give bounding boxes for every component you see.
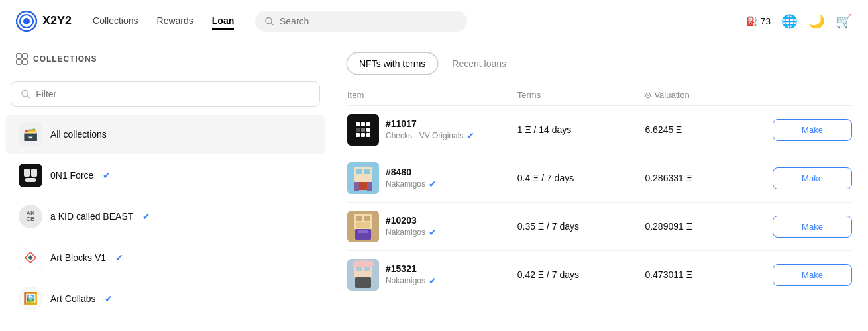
- svg-rect-9: [19, 164, 42, 187]
- item-cell-0: #11017 Checks - VV Originals ✔: [347, 114, 517, 146]
- collection-item-artcollabs[interactable]: 🖼️ Art Collabs ✔: [5, 279, 325, 318]
- search-input[interactable]: [280, 16, 458, 26]
- collection-avatar-all: 🗃️: [19, 122, 42, 146]
- svg-rect-4: [17, 54, 21, 58]
- verify-icon-artblocks: ✔: [115, 252, 123, 263]
- terms-cell-0: 1 Ξ / 14 days: [517, 124, 645, 135]
- svg-rect-10: [24, 169, 30, 177]
- tab-recent-loans[interactable]: Recent loans: [440, 53, 518, 74]
- table-row: #8480 Nakamigos ✔ 0.4 Ξ / 7 days 0.28633…: [347, 154, 852, 203]
- main-nav: Collections Rewards Loan: [93, 13, 234, 30]
- svg-point-2: [23, 18, 30, 24]
- col-terms: Terms: [517, 90, 645, 100]
- collection-item-all[interactable]: 🗃️ All collections: [5, 115, 325, 154]
- filter-search-icon: [21, 89, 30, 99]
- verify-icon-row-0: ✔: [466, 130, 474, 141]
- search-bar[interactable]: [255, 11, 467, 32]
- svg-rect-25: [356, 222, 370, 228]
- filter-box[interactable]: [11, 81, 320, 107]
- col-valuation: ⊙ Valuation: [645, 90, 773, 100]
- make-offer-button-2[interactable]: Make: [773, 216, 852, 238]
- svg-rect-19: [354, 182, 359, 191]
- collection-avatar-artcollabs: 🖼️: [19, 287, 42, 310]
- svg-rect-6: [17, 60, 21, 64]
- svg-rect-11: [31, 169, 37, 177]
- svg-rect-16: [356, 169, 362, 174]
- gas-badge: ⛽ 73: [746, 16, 771, 26]
- collection-avatar-0n1: [19, 164, 42, 187]
- svg-rect-33: [355, 277, 371, 288]
- table-row: #11017 Checks - VV Originals ✔ 1 Ξ / 14 …: [347, 106, 852, 154]
- layout: COLLECTIONS 🗃️ All collections: [0, 42, 868, 331]
- svg-rect-17: [364, 169, 370, 174]
- nft-collection-3: Nakamigos ✔: [386, 275, 437, 286]
- search-icon: [264, 16, 274, 26]
- svg-rect-34: [353, 261, 374, 267]
- main-content: NFTs with terms Recent loans Item Terms …: [331, 42, 868, 331]
- verify-icon-row-1: ✔: [429, 179, 437, 189]
- gas-icon: ⛽: [746, 16, 757, 26]
- collections-icon: [16, 53, 28, 65]
- make-offer-button-0[interactable]: Make: [773, 119, 852, 141]
- col-action: [773, 90, 852, 100]
- valuation-cell-1: 0.286331 Ξ: [645, 173, 773, 183]
- valuation-cell-3: 0.473011 Ξ: [645, 269, 773, 280]
- svg-rect-7: [23, 60, 27, 64]
- verify-icon-row-3: ✔: [429, 275, 437, 286]
- item-cell-3: #15321 Nakamigos ✔: [347, 259, 517, 291]
- nft-id-3: #15321: [386, 263, 437, 274]
- sidebar-header: COLLECTIONS: [0, 42, 331, 73]
- svg-rect-5: [23, 54, 27, 58]
- table-row: #15321 Nakamigos ✔ 0.42 Ξ / 7 days 0.473…: [347, 251, 852, 299]
- nft-collection-0: Checks - VV Originals ✔: [386, 130, 474, 141]
- terms-cell-1: 0.4 Ξ / 7 days: [517, 173, 645, 183]
- logo[interactable]: X2Y2: [16, 11, 72, 32]
- svg-rect-27: [358, 230, 368, 233]
- tabs: NFTs with terms Recent loans: [347, 42, 852, 85]
- item-cell-2: #10203 Nakamigos ✔: [347, 211, 517, 242]
- valuation-cell-2: 0.289091 Ξ: [645, 221, 773, 232]
- collection-name-artblocks: Art Blocks V1: [50, 252, 106, 263]
- nav-rewards[interactable]: Rewards: [157, 13, 193, 30]
- svg-rect-12: [25, 178, 36, 182]
- make-offer-button-3[interactable]: Make: [773, 264, 852, 286]
- nft-thumb-1: [347, 162, 379, 194]
- nav-collections[interactable]: Collections: [93, 13, 138, 30]
- collection-name-kid: a KID called BEAST: [50, 211, 133, 222]
- globe-icon[interactable]: 🌐: [781, 13, 798, 29]
- verify-icon-artcollabs: ✔: [105, 293, 113, 304]
- collection-item-0n1[interactable]: 0N1 Force ✔: [5, 156, 325, 195]
- svg-point-13: [29, 256, 32, 259]
- svg-rect-23: [356, 216, 362, 221]
- sidebar-section-label: COLLECTIONS: [33, 54, 97, 64]
- nft-id-1: #8480: [386, 167, 437, 177]
- svg-rect-20: [367, 182, 372, 191]
- terms-cell-2: 0.35 Ξ / 7 days: [517, 221, 645, 232]
- collection-name-artcollabs: Art Collabs: [50, 293, 95, 304]
- valuation-icon: ⊙: [645, 91, 651, 100]
- svg-rect-24: [364, 216, 370, 221]
- collection-item-artblocks[interactable]: Art Blocks V1 ✔: [5, 238, 325, 277]
- item-cell-1: #8480 Nakamigos ✔: [347, 162, 517, 194]
- nft-thumb-3: [347, 259, 379, 291]
- collection-item-kid[interactable]: AKCB a KID called BEAST ✔: [5, 197, 325, 236]
- nft-thumb-0: [347, 114, 379, 146]
- collection-avatar-kid: AKCB: [19, 205, 42, 228]
- verify-icon-0n1: ✔: [103, 170, 111, 181]
- nft-id-0: #11017: [386, 118, 474, 129]
- nft-id-2: #10203: [386, 215, 437, 226]
- table-header: Item Terms ⊙ Valuation: [347, 85, 852, 106]
- filter-input[interactable]: [36, 89, 310, 99]
- collection-name-all: All collections: [50, 129, 107, 140]
- cart-icon[interactable]: 🛒: [836, 13, 852, 29]
- nav-loan[interactable]: Loan: [212, 13, 234, 30]
- collection-avatar-artblocks: [19, 246, 42, 269]
- moon-icon[interactable]: 🌙: [808, 13, 825, 29]
- verify-icon-kid: ✔: [142, 211, 150, 222]
- nft-collection-1: Nakamigos ✔: [386, 179, 437, 189]
- make-offer-button-1[interactable]: Make: [773, 167, 852, 189]
- tab-nfts-with-terms[interactable]: NFTs with terms: [347, 53, 437, 74]
- nft-thumb-2: [347, 211, 379, 242]
- col-item: Item: [347, 90, 517, 100]
- sidebar: COLLECTIONS 🗃️ All collections: [0, 42, 331, 331]
